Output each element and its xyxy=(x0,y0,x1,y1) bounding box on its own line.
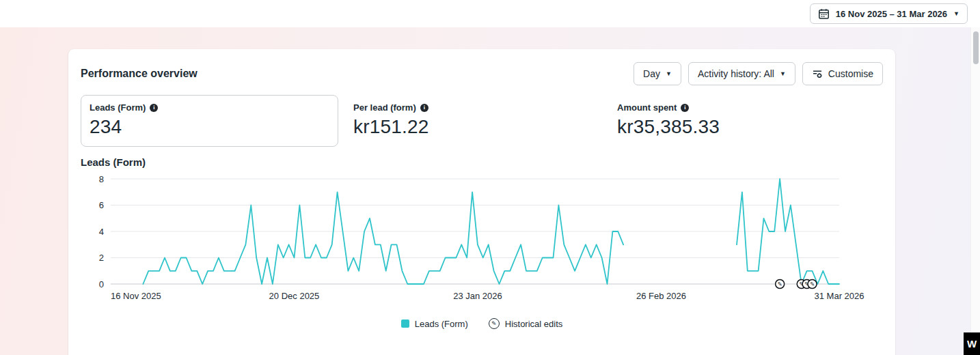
scrollbar-thumb[interactable] xyxy=(973,31,979,64)
leads-series-swatch xyxy=(401,320,409,328)
svg-text:23 Jan 2026: 23 Jan 2026 xyxy=(453,291,502,301)
svg-text:4: 4 xyxy=(99,227,104,237)
date-range-selector[interactable]: 16 Nov 2025 – 31 Mar 2026 ▼ xyxy=(810,3,968,24)
pencil-circle-icon: ✎ xyxy=(489,318,500,329)
svg-text:0: 0 xyxy=(99,279,104,289)
customise-icon xyxy=(812,68,823,79)
activity-history-dropdown[interactable]: Activity history: All ▼ xyxy=(688,62,795,85)
metric-leads-form[interactable]: Leads (Form) i 234 xyxy=(81,95,338,147)
svg-text:16 Nov 2025: 16 Nov 2025 xyxy=(111,291,161,301)
chart-area: 0246816 Nov 202520 Dec 202523 Jan 202626… xyxy=(68,168,895,309)
legend-item-leads: Leads (Form) xyxy=(401,319,468,329)
corner-overlay: W xyxy=(964,332,980,355)
chevron-down-icon: ▼ xyxy=(780,71,786,77)
vertical-scrollbar[interactable] xyxy=(970,27,980,355)
customise-button[interactable]: Customise xyxy=(802,62,883,85)
info-icon[interactable]: i xyxy=(681,104,689,112)
metric-label: Amount spent i xyxy=(617,102,857,113)
page-title: Performance overview xyxy=(81,68,198,80)
svg-text:31 Mar 2026: 31 Mar 2026 xyxy=(815,291,865,301)
info-icon[interactable]: i xyxy=(150,104,158,112)
metric-value: kr35,385.33 xyxy=(617,116,857,138)
chevron-down-icon: ▼ xyxy=(953,11,959,17)
metrics-row: Leads (Form) i 234 Per lead (form) i kr1… xyxy=(68,92,895,147)
customise-label: Customise xyxy=(828,68,873,79)
svg-text:26 Feb 2026: 26 Feb 2026 xyxy=(636,291,686,301)
metric-amount-spent[interactable]: Amount spent i kr35,385.33 xyxy=(608,95,866,147)
metric-per-lead[interactable]: Per lead (form) i kr151.22 xyxy=(344,95,602,147)
card-header: Performance overview Day ▼ Activity hist… xyxy=(68,49,895,92)
metric-label-text: Leads (Form) xyxy=(90,102,146,113)
legend-item-historical-edits: ✎ Historical edits xyxy=(489,318,563,329)
metric-label: Leads (Form) i xyxy=(90,102,329,113)
chart-legend: Leads (Form) ✎ Historical edits xyxy=(68,309,895,341)
calendar-icon xyxy=(818,8,830,20)
svg-text:20 Dec 2025: 20 Dec 2025 xyxy=(269,291,320,301)
metric-label: Per lead (form) i xyxy=(353,102,593,113)
legend-label: Historical edits xyxy=(505,319,563,329)
metric-label-text: Per lead (form) xyxy=(353,102,416,113)
svg-text:8: 8 xyxy=(99,174,104,184)
metric-value: 234 xyxy=(90,116,329,138)
info-icon[interactable]: i xyxy=(420,104,428,112)
chart-title: Leads (Form) xyxy=(68,147,895,168)
performance-overview-card: Performance overview Day ▼ Activity hist… xyxy=(68,49,895,355)
top-bar: 16 Nov 2025 – 31 Mar 2026 ▼ xyxy=(0,0,980,27)
svg-text:✎: ✎ xyxy=(810,281,815,287)
leads-line-chart: 0246816 Nov 202520 Dec 202523 Jan 202626… xyxy=(81,172,883,309)
granularity-dropdown[interactable]: Day ▼ xyxy=(634,62,681,85)
granularity-label: Day xyxy=(643,68,660,79)
legend-label: Leads (Form) xyxy=(415,319,468,329)
metric-value: kr151.22 xyxy=(353,116,593,138)
date-range-label: 16 Nov 2025 – 31 Mar 2026 xyxy=(836,9,947,19)
metric-label-text: Amount spent xyxy=(617,102,677,113)
svg-text:✎: ✎ xyxy=(778,281,782,287)
activity-history-label: Activity history: All xyxy=(698,68,774,79)
svg-text:2: 2 xyxy=(99,253,104,263)
chevron-down-icon: ▼ xyxy=(666,71,672,77)
chart-controls: Day ▼ Activity history: All ▼ Customise xyxy=(634,62,883,85)
svg-text:6: 6 xyxy=(99,200,104,210)
